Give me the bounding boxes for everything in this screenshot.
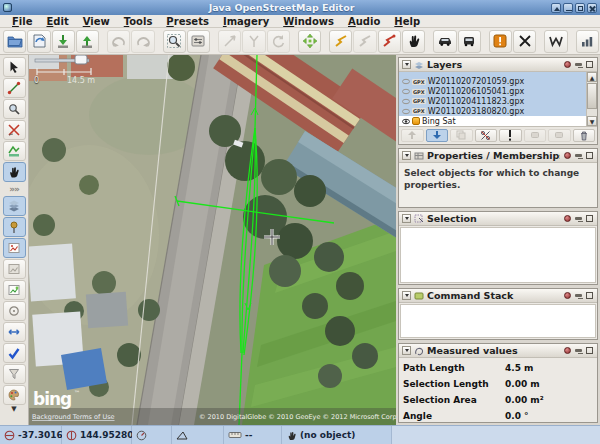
select-tool-button[interactable] [3,57,26,77]
layer-row[interactable]: GPX W20110204111823.gpx [399,97,586,107]
selection-menu-button[interactable] [402,214,411,223]
measured-close-button[interactable] [585,346,594,355]
scrollbar-thumb[interactable] [587,83,597,109]
maximize-button[interactable] [575,3,585,13]
layer-visibility-icon[interactable] [402,108,410,115]
gpx-tool-button[interactable] [3,141,26,161]
move-mode-button[interactable] [298,30,321,53]
command-stack-close-button[interactable] [585,291,594,300]
layer-row[interactable]: GPX W20110207201059.gpx [399,77,586,87]
validator-check-button[interactable] [3,343,26,363]
way-tool-red-button[interactable] [378,30,401,53]
menu-help[interactable]: Help [387,15,427,28]
properties-close-button[interactable] [585,151,594,160]
measured-pin-button[interactable] [574,346,583,355]
way-tool-gray-button[interactable] [353,30,376,53]
zoom-to-selection-button[interactable] [163,30,186,53]
extrude-tool-button[interactable] [3,322,26,342]
selection-sticky-button[interactable] [563,214,572,223]
layers-close-button[interactable] [585,60,594,69]
measured-menu-button[interactable] [402,346,411,355]
layer-visibility-icon[interactable] [402,98,410,105]
draw-node-tool-button[interactable] [3,78,26,98]
layer-visibility-icon[interactable] [402,78,410,85]
download-button[interactable] [52,30,75,53]
delete-button[interactable] [513,30,536,53]
car-style-1-button[interactable] [433,30,456,53]
imagery-histogram-button[interactable] [576,30,599,53]
scroll-up-icon[interactable]: ▲ [587,72,597,82]
marker-toggle-button[interactable] [3,217,26,237]
map-canvas[interactable]: 0 14.5 m bing ™ Background Terms of Use … [29,55,396,425]
filter-tool-button[interactable] [3,364,26,384]
layer-visibility-icon[interactable] [402,118,410,125]
layers-menu-button[interactable] [402,60,411,69]
menu-file[interactable]: File [5,15,39,28]
menu-view[interactable]: View [76,15,117,28]
validation-warning-button[interactable] [489,30,512,53]
measured-sticky-button[interactable] [563,346,572,355]
menu-presets[interactable]: Presets [159,15,216,28]
menu-audio[interactable]: Audio [341,15,387,28]
way-tool-yellow-button[interactable] [329,30,352,53]
layers-toggle-button[interactable] [3,196,26,216]
redo-button[interactable] [131,30,154,53]
layers-sticky-button[interactable] [563,60,572,69]
selection-list[interactable] [400,227,596,283]
circle-tool-button[interactable] [3,301,26,321]
fork-tool-button[interactable] [242,30,265,53]
duplicate-2-button[interactable] [548,129,571,142]
zoom-tool-button[interactable] [3,99,26,119]
photo-layer-red-button[interactable] [3,238,26,258]
photo-layer-gray-button[interactable] [3,259,26,279]
photo-layer-green-button[interactable] [3,280,26,300]
properties-sticky-button[interactable] [563,151,572,160]
menu-windows[interactable]: Windows [276,15,341,28]
car-style-2-button[interactable] [458,30,481,53]
minimize-button[interactable] [563,3,573,13]
command-stack-menu-button[interactable] [402,291,411,300]
menu-edit[interactable]: Edit [39,15,75,28]
layers-pin-button[interactable] [574,60,583,69]
merge-tool-button[interactable] [218,30,241,53]
shade-window-button[interactable] [551,3,561,13]
layer-down-button[interactable] [426,129,449,142]
preferences-button[interactable] [187,30,210,53]
menu-tools[interactable]: Tools [117,15,160,28]
properties-menu-button[interactable] [402,151,411,160]
layer-row[interactable]: GPX W20110203180820.gpx [399,106,586,116]
layer-row[interactable]: GPX W20110206105041.gpx [399,87,586,97]
toolbar-scroll-indicator[interactable]: ▼ [11,406,16,412]
open-button[interactable] [3,30,26,53]
delete-layer-button[interactable] [573,129,596,142]
layer-up-button[interactable] [401,129,424,142]
wms-plugin-button[interactable] [544,30,567,53]
title-bar[interactable]: Java OpenStreetMap Editor [0,0,600,15]
save-button[interactable] [27,30,50,53]
refresh-tool-button[interactable] [267,30,290,53]
layer-activate-button[interactable] [499,129,522,142]
hand-tool-button[interactable] [402,30,425,53]
properties-pin-button[interactable] [574,151,583,160]
layer-row-bing[interactable]: Bing Sat [399,116,586,126]
command-stack-pin-button[interactable] [574,291,583,300]
selection-close-button[interactable] [585,214,594,223]
terms-of-use-link[interactable]: Background Terms of Use [32,413,115,421]
delete-tool-button[interactable] [3,120,26,140]
selection-pin-button[interactable] [574,214,583,223]
layer-opacity-button[interactable] [475,129,498,142]
more-tools-expander[interactable]: »» [3,183,26,195]
menu-imagery[interactable]: Imagery [216,15,276,28]
command-stack-sticky-button[interactable] [563,291,572,300]
undo-button[interactable] [107,30,130,53]
layers-scrollbar[interactable]: ▲ ▼ [586,72,597,126]
duplicate-layer-button[interactable] [450,129,473,142]
upload-button[interactable] [76,30,99,53]
pan-tool-button[interactable] [3,162,26,182]
scroll-down-icon[interactable]: ▼ [587,116,597,126]
command-stack-list[interactable] [400,304,596,338]
merge-layer-button[interactable] [524,129,547,142]
layer-visibility-icon[interactable] [402,88,410,95]
close-button[interactable] [587,3,597,13]
map-paint-styles-button[interactable] [3,385,26,405]
